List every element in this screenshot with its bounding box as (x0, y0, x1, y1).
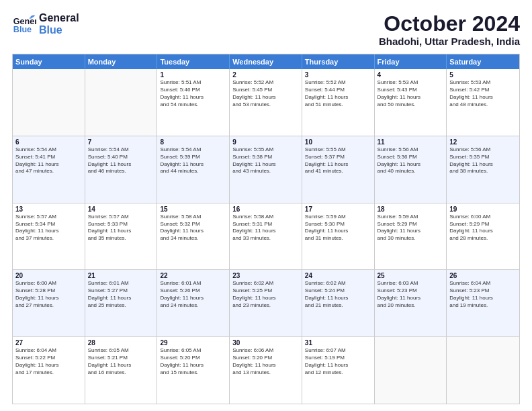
cell-info-line: Sunset: 5:42 PM (449, 87, 517, 94)
page: General Blue GeneralBlue October 2024 Bh… (0, 0, 532, 411)
cell-info-line: Sunrise: 6:00 AM (15, 280, 82, 287)
cell-info-line: Sunset: 5:33 PM (88, 221, 154, 228)
cal-cell (13, 69, 85, 136)
day-number: 23 (232, 272, 299, 279)
cal-header-cell-friday: Friday (375, 54, 447, 69)
cal-cell (447, 337, 519, 404)
cell-info-line: and 30 minutes. (378, 235, 444, 242)
cell-info-line: and 41 minutes. (305, 168, 371, 175)
cell-info-line: Daylight: 11 hours (305, 228, 371, 235)
cell-info-line: Sunrise: 5:54 AM (15, 146, 82, 154)
cal-cell: 28Sunrise: 6:05 AMSunset: 5:21 PMDayligh… (85, 337, 158, 404)
cell-info-line: Sunset: 5:29 PM (449, 221, 517, 228)
cell-info-line: and 54 minutes. (160, 101, 226, 109)
day-number: 25 (378, 272, 444, 279)
cal-header-cell-tuesday: Tuesday (157, 54, 230, 69)
cell-info-line: Daylight: 11 hours (232, 94, 299, 101)
cell-info-line: Sunrise: 6:01 AM (88, 280, 154, 287)
cell-info-line: Daylight: 11 hours (378, 295, 444, 302)
cell-info-line: and 51 minutes. (305, 101, 371, 109)
cell-info-line: Daylight: 11 hours (449, 161, 517, 169)
cell-info-line: Sunrise: 6:06 AM (232, 347, 299, 355)
day-number: 16 (232, 205, 299, 213)
cell-info-line: Sunset: 5:30 PM (305, 221, 371, 228)
svg-text:Blue: Blue (13, 25, 32, 34)
cell-info-line: Sunset: 5:46 PM (160, 87, 226, 94)
cell-info-line: Sunset: 5:21 PM (88, 355, 154, 362)
cell-info-line: Sunset: 5:32 PM (160, 221, 226, 228)
cell-info-line: Daylight: 11 hours (160, 362, 226, 369)
cell-info-line: Daylight: 11 hours (232, 295, 299, 302)
header: General Blue GeneralBlue October 2024 Bh… (12, 12, 520, 47)
cell-info-line: Sunset: 5:39 PM (160, 154, 226, 161)
cell-info-line: and 50 minutes. (378, 101, 444, 109)
cal-cell: 7Sunrise: 5:54 AMSunset: 5:40 PMDaylight… (85, 136, 158, 203)
cell-info-line: Sunrise: 6:05 AM (160, 347, 226, 355)
cell-info-line: Sunrise: 6:05 AM (88, 347, 154, 355)
cell-info-line: and 44 minutes. (160, 168, 226, 175)
cal-cell: 21Sunrise: 6:01 AMSunset: 5:27 PMDayligh… (85, 270, 158, 336)
day-number: 20 (15, 272, 82, 279)
cell-info-line: Sunrise: 5:53 AM (449, 79, 517, 87)
cal-cell: 3Sunrise: 5:52 AMSunset: 5:44 PMDaylight… (302, 69, 375, 136)
logo: General Blue GeneralBlue (12, 12, 79, 36)
cal-cell: 6Sunrise: 5:54 AMSunset: 5:41 PMDaylight… (13, 136, 85, 203)
cal-cell: 20Sunrise: 6:00 AMSunset: 5:28 PMDayligh… (13, 270, 85, 336)
day-number: 21 (88, 272, 154, 279)
cell-info-line: Sunrise: 5:58 AM (232, 214, 299, 221)
day-number: 14 (88, 205, 154, 213)
cell-info-line: and 53 minutes. (232, 101, 299, 109)
cell-info-line: Sunrise: 5:52 AM (232, 79, 299, 87)
cell-info-line: Sunrise: 5:57 AM (88, 214, 154, 221)
cell-info-line: and 35 minutes. (88, 235, 154, 242)
cal-row: 6Sunrise: 5:54 AMSunset: 5:41 PMDaylight… (13, 136, 519, 203)
cell-info-line: Daylight: 11 hours (88, 228, 154, 235)
cal-row: 13Sunrise: 5:57 AMSunset: 5:34 PMDayligh… (13, 203, 519, 271)
logo-blue-text: Blue (39, 24, 79, 36)
cell-info-line: Sunset: 5:20 PM (160, 355, 226, 362)
cell-info-line: Daylight: 11 hours (378, 161, 444, 169)
cell-info-line: Sunset: 5:31 PM (232, 221, 299, 228)
cell-info-line: Sunset: 5:27 PM (88, 287, 154, 295)
cal-cell: 8Sunrise: 5:54 AMSunset: 5:39 PMDaylight… (157, 136, 230, 203)
cell-info-line: Sunrise: 6:01 AM (160, 280, 226, 287)
day-number: 17 (305, 205, 371, 213)
day-number: 27 (15, 339, 82, 347)
cell-info-line: Sunrise: 5:52 AM (305, 79, 371, 87)
cal-row: 1Sunrise: 5:51 AMSunset: 5:46 PMDaylight… (13, 69, 519, 136)
cal-cell: 2Sunrise: 5:52 AMSunset: 5:45 PMDaylight… (230, 69, 302, 136)
cell-info-line: Sunset: 5:26 PM (160, 287, 226, 295)
cell-info-line: Sunrise: 6:07 AM (305, 347, 371, 355)
cell-info-line: Daylight: 11 hours (305, 161, 371, 169)
cell-info-line: Sunrise: 5:54 AM (88, 146, 154, 154)
day-number: 22 (160, 272, 226, 279)
day-number: 11 (378, 138, 444, 146)
cell-info-line: Daylight: 11 hours (378, 228, 444, 235)
cell-info-line: and 17 minutes. (15, 369, 82, 377)
day-number: 12 (449, 138, 517, 146)
cell-info-line: Daylight: 11 hours (305, 94, 371, 101)
cell-info-line: Sunrise: 6:04 AM (449, 280, 517, 287)
cell-info-line: Daylight: 11 hours (232, 362, 299, 369)
day-number: 9 (232, 138, 299, 146)
cell-info-line: Daylight: 11 hours (232, 161, 299, 169)
cal-cell: 18Sunrise: 5:59 AMSunset: 5:29 PMDayligh… (375, 203, 447, 270)
cell-info-line: Daylight: 11 hours (88, 362, 154, 369)
cal-cell: 1Sunrise: 5:51 AMSunset: 5:46 PMDaylight… (157, 69, 230, 136)
cell-info-line: and 13 minutes. (232, 369, 299, 377)
cell-info-line: Daylight: 11 hours (449, 94, 517, 101)
day-number: 10 (305, 138, 371, 146)
cell-info-line: Sunrise: 5:55 AM (232, 146, 299, 154)
cell-info-line: Sunrise: 5:51 AM (160, 79, 226, 87)
cell-info-line: Sunrise: 6:02 AM (232, 280, 299, 287)
day-number: 26 (449, 272, 517, 279)
cell-info-line: and 40 minutes. (378, 168, 444, 175)
cal-cell (85, 69, 158, 136)
cell-info-line: and 37 minutes. (15, 235, 82, 242)
day-number: 29 (160, 339, 226, 347)
cal-header-cell-sunday: Sunday (13, 54, 85, 69)
cal-cell: 29Sunrise: 6:05 AMSunset: 5:20 PMDayligh… (157, 337, 230, 404)
cell-info-line: and 21 minutes. (305, 302, 371, 310)
cell-info-line: and 28 minutes. (449, 235, 517, 242)
logo-general-text: General (39, 12, 79, 24)
